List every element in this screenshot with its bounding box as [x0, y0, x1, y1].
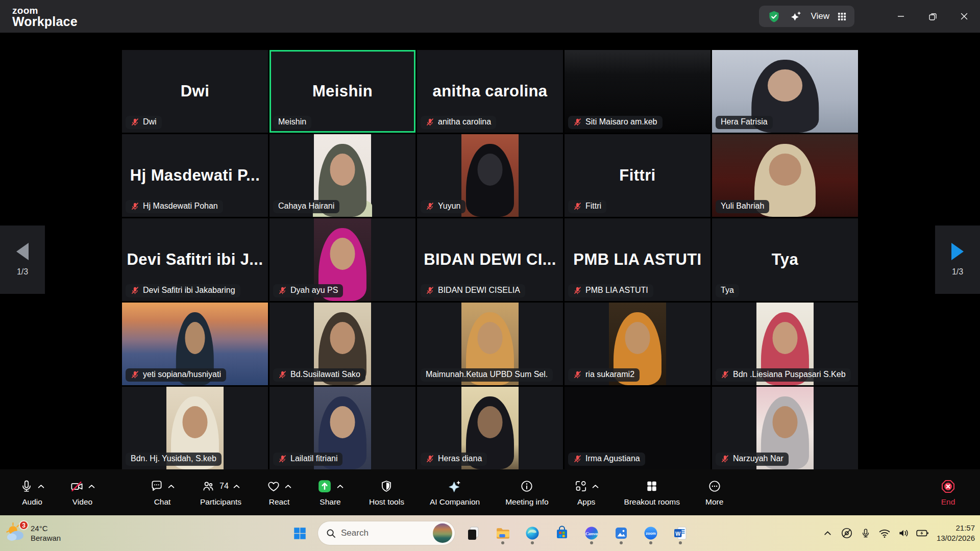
participant-tile-devi-safitri-ibi-jakabaring[interactable]: Devi Safitri ibi J...Devi Safitri ibi Ja…: [122, 218, 268, 301]
taskbar-search[interactable]: [318, 521, 455, 545]
volume-icon[interactable]: [896, 524, 911, 542]
camera-blocked-icon[interactable]: [839, 524, 854, 542]
participant-tile-hera-fatrisia[interactable]: Hera Fatrisia: [712, 50, 858, 133]
muted-mic-icon: [131, 286, 139, 295]
react-button[interactable]: React: [254, 469, 304, 515]
word-icon[interactable]: W: [669, 521, 692, 545]
participant-name: Siti Maisaro am.keb: [585, 117, 657, 127]
chat-button[interactable]: Chat: [137, 469, 187, 515]
participant-nameplate: Fittri: [568, 200, 606, 213]
audio-label: Audio: [22, 497, 42, 507]
participant-name: Irma Agustiana: [585, 454, 640, 463]
ai-sparkle-icon[interactable]: [789, 10, 802, 23]
search-input[interactable]: [341, 528, 418, 538]
participants-menu-chevron[interactable]: [233, 484, 240, 489]
participant-tile-irma-agustiana[interactable]: Irma Agustiana: [565, 387, 710, 469]
notification-badge: 3: [19, 520, 29, 530]
participant-nameplate: yeti sopiana/husniyati: [126, 368, 226, 382]
tray-mic-icon[interactable]: [858, 524, 873, 542]
participant-tile-yeti-sopiana-husniyati[interactable]: yeti sopiana/husniyati: [122, 303, 268, 385]
search-icon: [326, 529, 336, 538]
participant-tile-hj-masdewati-pohan[interactable]: Hj Masdewati P...Hj Masdewati Pohan: [122, 134, 268, 217]
battery-charging-icon[interactable]: [915, 524, 930, 542]
muted-mic-icon: [573, 118, 582, 127]
react-menu-chevron[interactable]: [285, 484, 291, 489]
taskbar-center-group: CanvazoomW: [288, 521, 692, 545]
search-highlight-image[interactable]: [433, 523, 452, 543]
start-button[interactable]: [288, 521, 311, 545]
participant-tile-yuyun[interactable]: Yuyun: [417, 134, 563, 217]
canva-icon[interactable]: Canva: [580, 521, 603, 545]
video-feed: [461, 134, 519, 217]
previous-page-button[interactable]: 1/3: [0, 226, 45, 294]
wifi-icon[interactable]: [877, 524, 892, 542]
participant-nameplate: Hj Masdewati Pohan: [126, 200, 223, 213]
share-menu-chevron[interactable]: [337, 484, 344, 489]
participant-nameplate: Lailatil fitriani: [273, 453, 342, 466]
react-label: React: [269, 497, 290, 507]
participant-tile-fittri[interactable]: FittriFittri: [565, 134, 710, 217]
restore-button[interactable]: [917, 0, 948, 33]
participant-tile-cahaya-hairani[interactable]: Cahaya Hairani: [270, 134, 415, 217]
participant-tile-heras-diana[interactable]: Heras diana: [417, 387, 563, 469]
weather-temp: 24°C: [31, 523, 61, 534]
minimize-button[interactable]: [885, 0, 917, 33]
end-button[interactable]: End: [928, 469, 973, 515]
security-shield-check-icon[interactable]: [767, 10, 781, 23]
audio-icon: [20, 480, 33, 493]
participant-tile-bdn-liesiana-puspasari-s-keb[interactable]: Bdn .Liesiana Puspasari S.Keb: [712, 303, 858, 385]
grid-view-icon[interactable]: [838, 12, 846, 21]
participant-name: Narzuyah Nar: [733, 454, 783, 463]
view-button[interactable]: View: [811, 11, 829, 21]
participant-tile-bd-susilawati-sako[interactable]: Bd.Susilawati Sako: [270, 303, 415, 385]
taskbar-clock[interactable]: 21:57 13/02/2026: [937, 523, 975, 544]
participants-button[interactable]: 74Participants: [187, 469, 254, 515]
host-tools-button[interactable]: Host tools: [356, 469, 417, 515]
muted-mic-icon: [721, 455, 729, 463]
video-button[interactable]: Video: [57, 469, 108, 515]
store-icon[interactable]: [551, 521, 573, 545]
participant-nameplate: Dyah ayu PS: [273, 284, 343, 297]
share-button[interactable]: Share: [304, 469, 356, 515]
apps-button[interactable]: Apps: [561, 469, 611, 515]
participant-tile-anitha-carolina[interactable]: anitha carolinaanitha carolina: [417, 50, 563, 133]
participant-tile-meishin[interactable]: MeishinMeishin: [270, 50, 415, 133]
photos-icon[interactable]: [610, 521, 632, 545]
participant-tile-dwi[interactable]: DwiDwi: [122, 50, 268, 133]
zoom-app-icon[interactable]: zoom: [640, 521, 662, 545]
participant-name: Bdn .Liesiana Puspasari S.Keb: [733, 370, 846, 379]
participant-tile-tya[interactable]: TyaTya: [712, 218, 858, 301]
participant-nameplate: Cahaya Hairani: [273, 200, 339, 213]
taskbar-weather-widget[interactable]: 3 24°C Berawan: [5, 522, 61, 544]
ai-companion-button[interactable]: AI Companion: [417, 469, 493, 515]
audio-menu-chevron[interactable]: [38, 484, 44, 489]
edge-icon[interactable]: [521, 521, 544, 545]
participant-tile-siti-maisaro-am-keb[interactable]: Siti Maisaro am.keb: [565, 50, 710, 133]
participant-tile-dyah-ayu-ps[interactable]: Dyah ayu PS: [270, 218, 415, 301]
participant-tile-maimunah-ketua-upbd-sum-sel[interactable]: Maimunah.Ketua UPBD Sum Sel.: [417, 303, 563, 385]
video-menu-chevron[interactable]: [88, 484, 95, 489]
chat-icon: [150, 480, 163, 493]
next-page-button[interactable]: 1/3: [935, 226, 980, 294]
participant-tile-narzuyah-nar[interactable]: Narzuyah Nar: [712, 387, 858, 469]
participant-tile-ria-sukarami2[interactable]: ria sukarami2: [565, 303, 710, 385]
close-button[interactable]: [948, 0, 980, 33]
participant-tile-lailatil-fitriani[interactable]: Lailatil fitriani: [270, 387, 415, 469]
breakout-rooms-button[interactable]: Breakout rooms: [611, 469, 693, 515]
participant-nameplate: ria sukarami2: [568, 368, 640, 382]
more-button[interactable]: More: [693, 469, 736, 515]
host-tools-label: Host tools: [369, 497, 404, 507]
audio-button[interactable]: Audio: [7, 469, 57, 515]
clock-date: 13/02/2026: [937, 533, 975, 543]
chat-menu-chevron[interactable]: [168, 484, 175, 489]
participant-tile-bdn-hj-yusidah-s-keb[interactable]: Bdn. Hj. Yusidah, S.keb: [122, 387, 268, 469]
participant-tile-pmb-lia-astuti[interactable]: PMB LIA ASTUTIPMB LIA ASTUTI: [565, 218, 710, 301]
apps-menu-chevron[interactable]: [592, 484, 599, 489]
participant-tile-yuli-bahriah[interactable]: Yuli Bahriah: [712, 134, 858, 217]
stacked-windows-icon[interactable]: [462, 521, 484, 545]
tray-chevron-up-icon[interactable]: [820, 524, 836, 542]
breakout-rooms-label: Breakout rooms: [624, 497, 680, 507]
file-explorer-icon[interactable]: [492, 521, 514, 545]
meeting-info-button[interactable]: Meeting info: [493, 469, 561, 515]
participant-tile-bidan-dewi-ciselia[interactable]: BIDAN DEWI CI...BIDAN DEWI CISELIA: [417, 218, 563, 301]
